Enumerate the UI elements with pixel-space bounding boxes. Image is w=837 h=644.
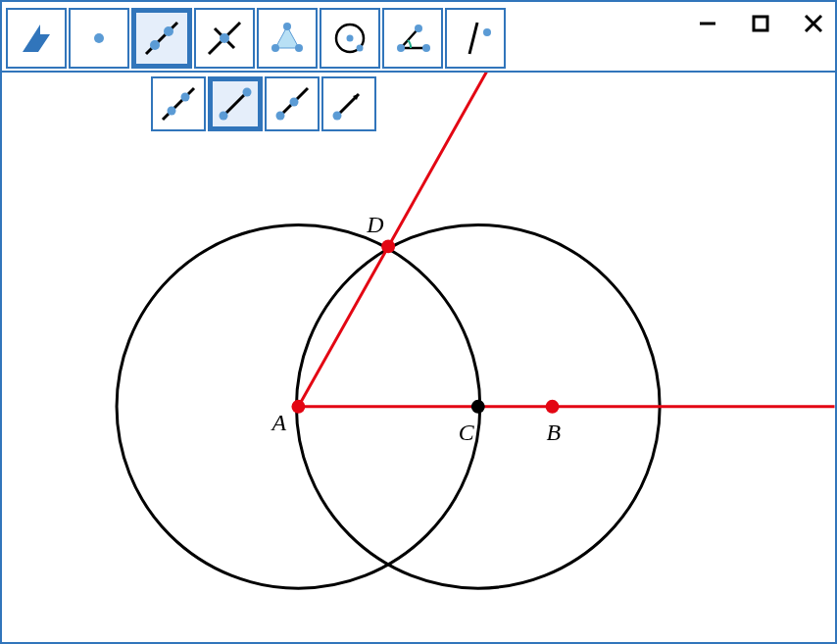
- close-button[interactable]: [802, 12, 825, 35]
- label-b: B: [547, 420, 562, 445]
- ray-ad: [298, 73, 501, 407]
- reflect-tool[interactable]: [445, 8, 506, 69]
- point-a[interactable]: [291, 400, 305, 414]
- point-c[interactable]: [471, 400, 485, 414]
- svg-marker-0: [23, 25, 50, 52]
- label-d: D: [366, 212, 383, 237]
- point-d[interactable]: [381, 239, 395, 253]
- reflect-icon: [456, 19, 495, 58]
- svg-line-2: [146, 23, 177, 54]
- circle-icon: [330, 19, 369, 58]
- minimize-button[interactable]: [696, 12, 719, 35]
- svg-point-4: [164, 26, 173, 36]
- perpendicular-icon: [205, 19, 244, 58]
- maximize-button[interactable]: [749, 12, 772, 35]
- svg-point-21: [483, 28, 491, 36]
- svg-line-20: [469, 23, 477, 54]
- angle-icon: [393, 19, 432, 58]
- svg-point-18: [422, 44, 430, 52]
- point-icon: [79, 19, 119, 58]
- line-tool[interactable]: [131, 8, 192, 69]
- minimize-icon: [698, 14, 717, 33]
- svg-point-9: [283, 23, 291, 30]
- label-c: C: [459, 420, 475, 445]
- angle-tool[interactable]: [382, 8, 443, 69]
- arrow-icon: [17, 19, 56, 58]
- svg-rect-35: [754, 17, 767, 30]
- svg-point-14: [357, 45, 364, 52]
- app-window: A B C D: [0, 0, 837, 644]
- svg-point-11: [271, 44, 279, 52]
- svg-point-3: [150, 40, 160, 50]
- point-tool[interactable]: [69, 8, 129, 69]
- geometry-canvas[interactable]: A B C D: [2, 73, 835, 642]
- svg-point-13: [347, 35, 354, 42]
- polygon-icon: [268, 19, 307, 58]
- label-a: A: [271, 410, 287, 435]
- line-icon: [142, 19, 181, 58]
- move-tool[interactable]: [6, 8, 67, 69]
- maximize-icon: [751, 14, 770, 33]
- canvas-svg: A B C D: [2, 73, 835, 642]
- svg-point-19: [415, 25, 422, 32]
- svg-point-7: [220, 33, 229, 43]
- point-b[interactable]: [546, 400, 560, 414]
- polygon-tool[interactable]: [257, 8, 318, 69]
- perpendicular-tool[interactable]: [194, 8, 255, 69]
- svg-point-10: [295, 44, 303, 52]
- svg-point-17: [397, 44, 405, 52]
- circle-tool[interactable]: [320, 8, 380, 69]
- window-controls: [696, 12, 825, 35]
- svg-point-1: [94, 33, 104, 43]
- close-icon: [803, 13, 824, 34]
